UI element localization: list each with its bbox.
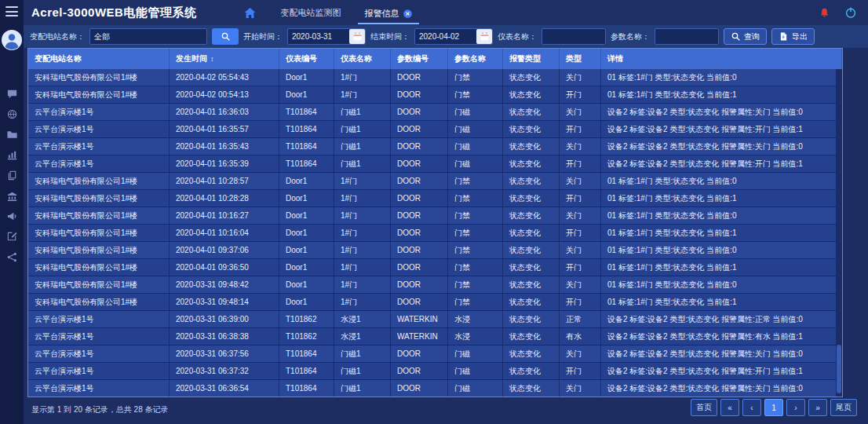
table-cell: 状态变化 (503, 190, 560, 207)
tab-alarm-info[interactable]: 报警信息 (364, 0, 413, 25)
column-header[interactable]: 详情 (601, 49, 842, 69)
table-row[interactable]: 云平台演示楼1号2020-04-01 16:36:03T101864门磁1DOO… (28, 104, 842, 121)
table-cell: 云平台演示楼1号 (28, 311, 170, 327)
page-button-尾页[interactable]: 尾页 (830, 399, 857, 416)
building-icon[interactable] (6, 190, 18, 202)
query-button[interactable]: 查询 (724, 28, 767, 45)
table-cell: DOOR (391, 207, 448, 224)
meter-name-input[interactable] (542, 28, 606, 45)
table-cell: DOOR (391, 225, 448, 241)
table-cell: 2020-04-01 10:28:28 (170, 190, 279, 207)
table-row[interactable]: 安科瑞电气股份有限公司1#楼2020-04-02 05:54:43Door11#… (28, 69, 842, 86)
table-row[interactable]: 安科瑞电气股份有限公司1#楼2020-04-02 00:54:13Door11#… (28, 86, 842, 104)
table-row[interactable]: 安科瑞电气股份有限公司1#楼2020-04-01 09:37:06Door11#… (28, 242, 842, 259)
scrollbar-thumb[interactable] (837, 345, 841, 393)
table-cell: 云平台演示楼1号 (28, 328, 170, 345)
table-cell: 1#门 (334, 86, 391, 103)
top-nav: 变配电站监测图 报警信息 (243, 0, 413, 25)
table-row[interactable]: 云平台演示楼1号2020-04-01 16:35:57T101864门磁1DOO… (28, 121, 842, 138)
table-cell: 安科瑞电气股份有限公司1#楼 (28, 242, 170, 258)
table-cell: 01 标签:1#门 类型:状态变化 当前值:1 (601, 259, 842, 276)
end-calendar-icon[interactable] (476, 29, 492, 44)
table-body: 安科瑞电气股份有限公司1#楼2020-04-02 05:54:43Door11#… (28, 69, 842, 397)
home-icon[interactable] (243, 6, 257, 20)
alarm-icon[interactable] (819, 7, 830, 19)
page-button-›[interactable]: › (786, 399, 805, 416)
table-row[interactable]: 云平台演示楼1号2020-03-31 06:37:32T101864门磁1DOO… (28, 363, 842, 380)
power-icon[interactable] (844, 6, 857, 19)
table-row[interactable]: 安科瑞电气股份有限公司1#楼2020-04-01 10:16:27Door11#… (28, 207, 842, 225)
table-row[interactable]: 安科瑞电气股份有限公司1#楼2020-04-01 09:36:50Door11#… (28, 259, 842, 276)
page-button-首页[interactable]: 首页 (691, 399, 717, 416)
table-cell: 开门 (560, 294, 601, 310)
station-search-button[interactable] (212, 28, 239, 45)
message-icon[interactable] (6, 88, 18, 100)
table-row[interactable]: 安科瑞电气股份有限公司1#楼2020-03-31 09:48:14Door11#… (28, 294, 842, 311)
close-icon[interactable] (403, 9, 413, 19)
param-name-input[interactable] (655, 28, 719, 45)
table-cell: 关门 (560, 276, 601, 293)
table-cell: 状态变化 (503, 276, 560, 293)
table-cell: 安科瑞电气股份有限公司1#楼 (28, 207, 170, 224)
export-button[interactable]: 导出 (771, 28, 815, 45)
table-cell: 门磁 (448, 121, 503, 137)
table-row[interactable]: 安科瑞电气股份有限公司1#楼2020-04-01 10:16:04Door11#… (28, 225, 842, 242)
user-avatar[interactable] (2, 30, 22, 50)
folder-icon[interactable] (6, 129, 18, 141)
column-header[interactable]: 发生时间↕ (170, 49, 279, 69)
table-cell: T101864 (279, 138, 334, 155)
table-cell: 状态变化 (503, 155, 560, 172)
table-row[interactable]: 安科瑞电气股份有限公司1#楼2020-04-01 10:28:57Door11#… (28, 173, 842, 190)
table-cell: 开门 (560, 363, 601, 379)
column-header[interactable]: 仪表名称 (334, 49, 391, 69)
table-cell: 门磁1 (334, 380, 391, 397)
chart-icon[interactable] (6, 149, 18, 161)
table-row[interactable]: 云平台演示楼1号2020-03-31 06:39:00T101862水浸1WAT… (28, 311, 842, 328)
table-cell: 01 标签:1#门 类型:状态变化 当前值:1 (601, 86, 842, 103)
param-name-label: 参数名称： (611, 31, 650, 42)
table-cell: 开门 (560, 155, 601, 172)
table-cell: Door1 (279, 276, 334, 293)
table-cell: 正常 (560, 311, 601, 327)
page-button-1[interactable]: 1 (764, 399, 783, 416)
table-cell: 2020-04-01 16:36:03 (170, 104, 279, 120)
page-button-»[interactable]: » (808, 399, 827, 416)
table-row[interactable]: 云平台演示楼1号2020-03-31 06:36:54T101864门磁1DOO… (28, 380, 842, 397)
table-row[interactable]: 安科瑞电气股份有限公司1#楼2020-04-01 10:28:28Door11#… (28, 190, 842, 207)
table-cell: Door1 (279, 294, 334, 310)
column-header[interactable]: 仪表编号 (279, 49, 334, 69)
table-cell: Door1 (279, 225, 334, 241)
menu-item-substation-monitor[interactable]: 变配电站监测图 (280, 7, 341, 19)
table-cell: 云平台演示楼1号 (28, 104, 170, 120)
share-icon[interactable] (6, 251, 18, 263)
table-row[interactable]: 云平台演示楼1号2020-03-31 06:37:56T101864门磁1DOO… (28, 345, 842, 363)
column-header[interactable]: 变配电站名称 (28, 49, 170, 69)
table-row[interactable]: 安科瑞电气股份有限公司1#楼2020-03-31 09:48:42Door11#… (28, 276, 842, 294)
globe-icon[interactable] (6, 108, 18, 120)
table-cell: 状态变化 (503, 207, 560, 224)
table-cell: 开门 (560, 190, 601, 207)
table-cell: 安科瑞电气股份有限公司1#楼 (28, 225, 170, 241)
column-header[interactable]: 报警类型 (503, 49, 560, 69)
edit-icon[interactable] (6, 231, 18, 243)
table-row[interactable]: 云平台演示楼1号2020-04-01 16:35:43T101864门磁1DOO… (28, 138, 842, 155)
column-header[interactable]: 参数名称 (448, 49, 503, 69)
table-cell: 安科瑞电气股份有限公司1#楼 (28, 69, 170, 86)
sort-icon[interactable]: ↕ (210, 55, 214, 63)
column-header[interactable]: 类型 (560, 49, 601, 69)
query-button-label: 查询 (744, 31, 760, 42)
table-row[interactable]: 云平台演示楼1号2020-04-01 16:35:39T101864门磁1DOO… (28, 155, 842, 173)
station-name-input[interactable] (89, 28, 207, 45)
column-header[interactable]: 参数编号 (391, 49, 448, 69)
start-calendar-icon[interactable] (349, 29, 365, 44)
announcement-icon[interactable] (6, 210, 18, 222)
documents-icon[interactable] (6, 170, 18, 181)
page-button-‹[interactable]: ‹ (742, 399, 761, 416)
page-button-«[interactable]: « (720, 399, 739, 416)
table-cell: DOOR (391, 294, 448, 310)
menu-toggle-icon[interactable] (5, 6, 18, 16)
table-cell: Door1 (279, 207, 334, 224)
table-cell: 安科瑞电气股份有限公司1#楼 (28, 86, 170, 103)
table-row[interactable]: 云平台演示楼1号2020-03-31 06:38:38T101862水浸1WAT… (28, 328, 842, 345)
table-scrollbar[interactable] (836, 69, 842, 397)
